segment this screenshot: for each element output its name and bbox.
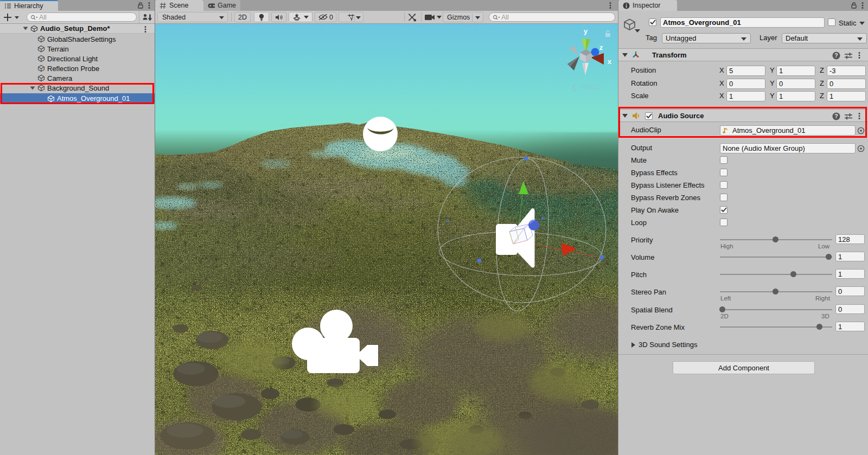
svg-text:?: ?	[834, 52, 838, 59]
svg-text:x: x	[608, 57, 612, 66]
svg-text:y: y	[584, 27, 588, 35]
svg-text:z: z	[599, 43, 603, 52]
svg-text:Y: Y	[350, 16, 353, 21]
svg-text:❮ Persp: ❮ Persp	[571, 82, 601, 92]
